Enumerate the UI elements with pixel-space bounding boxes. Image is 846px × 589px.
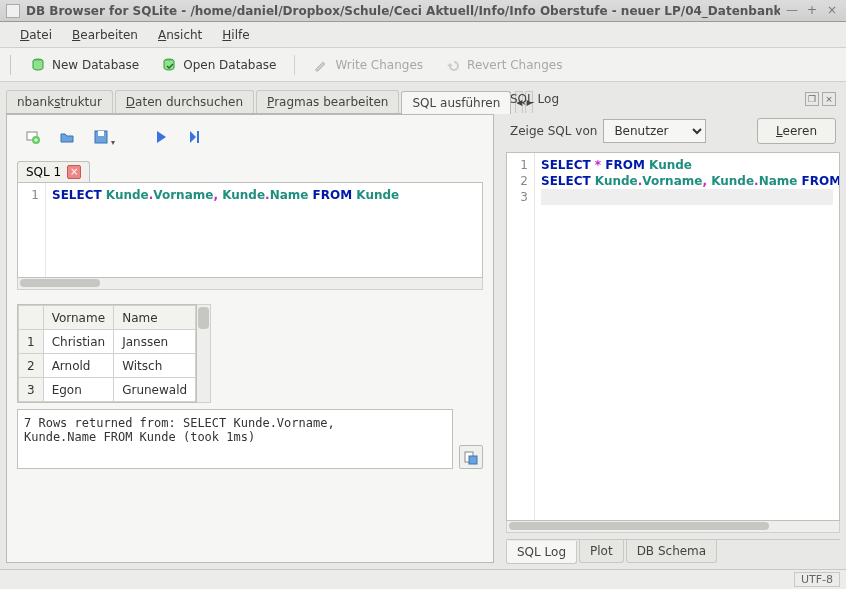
svg-rect-5	[98, 131, 104, 136]
app-icon	[6, 4, 20, 18]
tab-sql-ausfuehren[interactable]: SQL ausführen	[401, 91, 511, 114]
window-title: DB Browser for SQLite - /home/daniel/Dro…	[26, 4, 780, 18]
sql-log-header: SQL Log ❐ ×	[506, 88, 840, 110]
table-cell[interactable]: Witsch	[114, 354, 196, 378]
sql-toolbar: ▾	[17, 125, 483, 155]
sql-log-detach-button[interactable]: ❐	[805, 92, 819, 106]
tab-durchsuchen[interactable]: Daten durchsuchen	[115, 90, 254, 113]
toolbar-separator	[294, 55, 295, 75]
run-to-end-icon[interactable]	[187, 129, 203, 145]
menubar: Datei Bearbeiten Ansicht Hilfe	[0, 22, 846, 48]
export-results-button[interactable]	[459, 445, 483, 469]
row-number: 1	[19, 330, 44, 354]
row-number: 3	[19, 378, 44, 402]
table-cell[interactable]: Arnold	[43, 354, 114, 378]
results-corner	[19, 306, 44, 330]
main-tabstrip: nbankstruktur Daten durchsuchen Pragmas …	[6, 88, 494, 114]
table-row[interactable]: 1ChristianJanssen	[19, 330, 196, 354]
export-icon	[463, 449, 479, 465]
results-table: VornameName 1ChristianJanssen2ArnoldWits…	[17, 304, 197, 403]
toolbar: New Database Open Database Write Changes…	[0, 48, 846, 82]
sql-panel: ▾ SQL 1 × 1 SELECT Kunde.Vorname, Kunde.…	[6, 114, 494, 563]
open-database-button[interactable]: Open Database	[157, 54, 280, 76]
log-gutter: 123	[507, 153, 535, 520]
sql-log-source-label: Zeige SQL von	[510, 124, 597, 138]
log-code: SELECT * FROM KundeSELECT Kunde.Vorname,…	[535, 153, 839, 520]
table-cell[interactable]: Christian	[43, 330, 114, 354]
log-hscrollbar[interactable]	[506, 521, 840, 533]
encoding-indicator[interactable]: UTF-8	[794, 572, 840, 587]
toolbar-grip	[10, 55, 12, 75]
results-header[interactable]: Vorname	[43, 306, 114, 330]
maximize-button[interactable]: +	[804, 3, 820, 19]
table-cell[interactable]: Janssen	[114, 330, 196, 354]
menu-datei[interactable]: Datei	[10, 24, 62, 46]
sql-log-editor[interactable]: 123 SELECT * FROM KundeSELECT Kunde.Vorn…	[506, 152, 840, 521]
revert-changes-icon	[445, 57, 461, 73]
new-database-icon	[30, 57, 46, 73]
sql-log-source-select[interactable]: Benutzer	[603, 119, 706, 143]
titlebar: DB Browser for SQLite - /home/daniel/Dro…	[0, 0, 846, 22]
editor-gutter: 1	[18, 183, 46, 277]
table-row[interactable]: 3EgonGrunewald	[19, 378, 196, 402]
new-database-label: New Database	[52, 58, 139, 72]
revert-changes-button: Revert Changes	[441, 54, 566, 76]
close-tab-icon[interactable]: ×	[67, 165, 81, 179]
write-changes-icon	[313, 57, 329, 73]
svg-rect-8	[469, 456, 477, 464]
write-changes-label: Write Changes	[335, 58, 423, 72]
table-cell[interactable]: Egon	[43, 378, 114, 402]
bottom-tab-sqllog[interactable]: SQL Log	[506, 541, 577, 564]
row-number: 2	[19, 354, 44, 378]
open-sql-file-icon[interactable]	[59, 129, 75, 145]
close-window-button[interactable]: ×	[824, 3, 840, 19]
results-vscrollbar[interactable]	[197, 304, 211, 403]
sql-log-close-button[interactable]: ×	[822, 92, 836, 106]
bottom-tab-dbschema[interactable]: DB Schema	[626, 540, 718, 563]
menu-ansicht[interactable]: Ansicht	[148, 24, 212, 46]
sql-inner-tab-1[interactable]: SQL 1 ×	[17, 161, 90, 182]
sql-log-title: SQL Log	[510, 92, 802, 106]
open-database-label: Open Database	[183, 58, 276, 72]
status-message: 7 Rows returned from: SELECT Kunde.Vorna…	[17, 409, 453, 469]
sql-editor[interactable]: 1 SELECT Kunde.Vorname, Kunde.Name FROM …	[17, 182, 483, 278]
sql-inner-tab-label: SQL 1	[26, 165, 61, 179]
editor-hscrollbar[interactable]	[17, 278, 483, 290]
right-bottom-tabs: SQL Log Plot DB Schema	[506, 539, 840, 563]
open-database-icon	[161, 57, 177, 73]
bottom-tab-plot[interactable]: Plot	[579, 540, 624, 563]
svg-rect-6	[197, 131, 199, 143]
results-header[interactable]: Name	[114, 306, 196, 330]
new-database-button[interactable]: New Database	[26, 54, 143, 76]
tab-pragmas[interactable]: Pragmas bearbeiten	[256, 90, 399, 113]
sql-log-clear-button[interactable]: Leeren	[757, 118, 836, 144]
statusbar: UTF-8	[0, 569, 846, 589]
save-sql-icon[interactable]: ▾	[93, 129, 109, 145]
sql-log-controls: Zeige SQL von Benutzer Leeren	[506, 110, 840, 152]
run-sql-icon[interactable]	[153, 129, 169, 145]
table-row[interactable]: 2ArnoldWitsch	[19, 354, 196, 378]
menu-bearbeiten[interactable]: Bearbeiten	[62, 24, 148, 46]
editor-code[interactable]: SELECT Kunde.Vorname, Kunde.Name FROM Ku…	[46, 183, 482, 277]
write-changes-button: Write Changes	[309, 54, 427, 76]
new-sql-tab-icon[interactable]	[25, 129, 41, 145]
revert-changes-label: Revert Changes	[467, 58, 562, 72]
tab-struktur[interactable]: nbankstruktur	[6, 90, 113, 113]
minimize-button[interactable]: —	[784, 3, 800, 19]
menu-hilfe[interactable]: Hilfe	[212, 24, 259, 46]
sql-inner-tabstrip: SQL 1 ×	[17, 161, 483, 182]
table-cell[interactable]: Grunewald	[114, 378, 196, 402]
